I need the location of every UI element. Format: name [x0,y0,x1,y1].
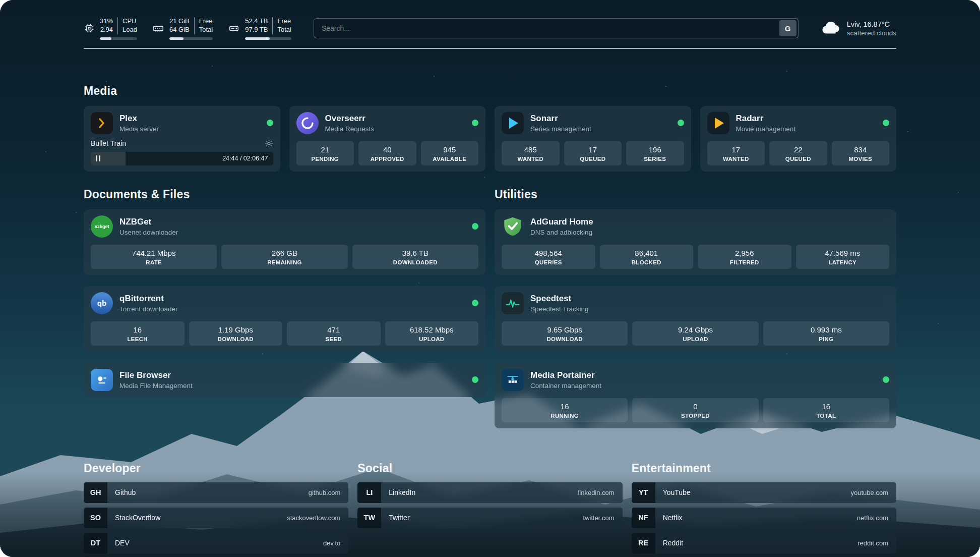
app-subtitle: Speedtest Tracking [530,305,589,313]
disk-label-bottom: Total [277,26,291,34]
metric-divider [272,17,273,34]
cpu-usage-bar [100,37,137,40]
search-bar: G [314,18,799,38]
cpu-metric: 31% 2.94 CPU Load [84,17,137,40]
ram-total: 64 GiB [169,26,190,34]
app-card-adguard[interactable]: AdGuard Home DNS and adblocking 498,564Q… [495,209,896,275]
bookmark-twitter[interactable]: TW Twitter twitter.com [357,508,622,528]
app-card-qbittorrent[interactable]: qb qBittorrent Torrent downloader 16LEEC… [84,286,485,352]
section-title-social: Social [357,462,622,475]
now-playing-title: Bullet Train [91,139,126,147]
bookmark-dev[interactable]: DT DEV dev.to [84,533,348,553]
stat-series: 196SERIES [626,141,684,165]
bookmark-netflix[interactable]: NF Netflix netflix.com [632,508,896,528]
bookmark-url: stackoverflow.com [287,514,340,522]
pause-icon[interactable] [96,155,100,161]
cpu-chip-icon [84,23,95,34]
stat-queued: 17QUEUED [564,141,622,165]
app-card-overseerr[interactable]: Overseerr Media Requests 21PENDING 40APP… [289,106,486,172]
bookmark-group-social: Social LI LinkedIn linkedin.com TW Twitt… [357,462,622,553]
ram-icon [152,23,164,34]
stat-wanted: 485WANTED [502,141,560,165]
stat-total: 16TOTAL [763,398,889,422]
weather-location: Lviv, 16.87°C [847,20,896,28]
stat-filtered: 2,956FILTERED [698,245,791,269]
status-online-dot [472,223,478,230]
section-title-documents: Documents & Files [84,188,485,201]
ram-usage-bar [169,37,213,40]
disk-icon [228,23,240,34]
bookmark-url: dev.to [323,539,340,547]
search-engine-button[interactable]: G [779,20,797,36]
bookmark-name: YouTube [663,488,691,496]
bookmark-url: github.com [309,489,341,496]
app-name: Plex [119,114,159,124]
cloud-icon [821,20,841,37]
weather-widget[interactable]: Lviv, 16.87°C scattered clouds [821,20,896,37]
app-card-sonarr[interactable]: Sonarr Series management 485WANTED 17QUE… [495,106,691,172]
stat-ping: 0.993 msPING [763,321,889,346]
app-card-plex[interactable]: Plex Media server Bullet Train [84,106,280,172]
section-title-utilities: Utilities [495,188,896,201]
app-card-radarr[interactable]: Radarr Movie management 17WANTED 22QUEUE… [700,106,897,172]
status-online-dot [883,120,889,126]
stat-running: 16RUNNING [502,398,628,422]
stat-movies: 834MOVIES [832,141,890,165]
bookmark-reddit[interactable]: RE Reddit reddit.com [632,533,896,553]
stat-download: 9.65 GbpsDOWNLOAD [502,321,628,346]
header-divider [84,48,896,49]
sonarr-icon [502,112,524,134]
stat-queued: 22QUEUED [769,141,827,165]
stat-pending: 21PENDING [296,141,354,165]
search-input[interactable] [316,24,779,32]
app-card-portainer[interactable]: Media Portainer Container management 16R… [495,363,896,428]
filebrowser-icon [91,369,113,391]
stat-blocked: 86,401BLOCKED [600,245,694,269]
bookmark-name: DEV [115,539,130,547]
bookmark-abbr: RE [632,533,655,553]
bookmark-stackoverflow[interactable]: SO StackOverflow stackoverflow.com [84,508,348,528]
bookmark-name: StackOverflow [115,514,160,522]
stat-queries: 498,564QUERIES [502,245,595,269]
playback-progress-bar[interactable]: 24:44 / 02:06:47 [91,152,273,165]
disk-total: 97.9 TB [245,26,268,34]
snow-speckles [0,0,1,1]
bookmark-abbr: TW [357,508,381,528]
stat-rate: 744.21 MbpsRATE [91,245,217,269]
bookmark-linkedin[interactable]: LI LinkedIn linkedin.com [357,482,622,503]
bookmark-name: Reddit [663,539,683,547]
app-card-filebrowser[interactable]: File Browser Media File Management [84,363,485,397]
weather-condition: scattered clouds [847,29,896,37]
bookmark-youtube[interactable]: YT YouTube youtube.com [632,482,896,503]
app-subtitle: Media Requests [325,125,375,133]
stat-available: 945AVAILABLE [421,141,479,165]
status-online-dot [472,376,478,383]
gear-icon[interactable] [265,139,273,148]
bookmark-group-entertainment: Entertainment YT YouTube youtube.com NF … [632,462,896,553]
cpu-label-top: CPU [122,17,136,26]
app-subtitle: Movie management [736,125,796,133]
bookmark-github[interactable]: GH Github github.com [84,482,348,503]
app-subtitle: Series management [530,125,591,133]
bookmark-abbr: NF [632,508,655,528]
radarr-icon [707,112,729,134]
app-card-speedtest[interactable]: Speedtest Speedtest Tracking 9.65 GbpsDO… [495,286,896,352]
section-title-entertainment: Entertainment [632,462,896,475]
stat-seed: 471SEED [287,321,381,346]
disk-metric: 52.4 TB 97.9 TB Free Total [228,17,291,40]
dashboard: 31% 2.94 CPU Load [0,0,980,557]
bookmark-url: linkedin.com [578,489,614,496]
bookmark-abbr: SO [84,508,107,528]
app-card-nzbget[interactable]: nzbget NZBGet Usenet downloader 744.21 M… [84,209,485,275]
bookmark-name: Netflix [663,514,683,522]
bookmark-url: reddit.com [858,539,888,547]
stat-download: 1.19 GbpsDOWNLOAD [189,321,283,346]
adguard-icon [502,215,524,238]
bookmark-abbr: DT [84,533,107,553]
stat-upload: 618.52 MbpsUPLOAD [385,321,479,346]
app-name: NZBGet [119,217,178,227]
cpu-percent: 31% [100,17,113,26]
plex-icon [91,112,113,134]
app-subtitle: Media server [119,125,159,133]
stat-leech: 16LEECH [91,321,185,346]
